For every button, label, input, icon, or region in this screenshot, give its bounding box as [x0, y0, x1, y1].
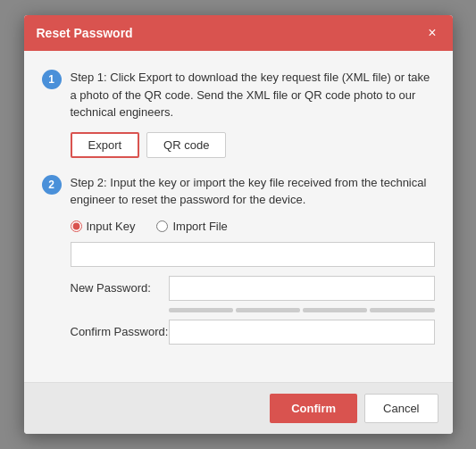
dialog-title: Reset Password [37, 26, 133, 40]
confirm-password-label: Confirm Password: [71, 325, 169, 338]
confirm-password-row: Confirm Password: [71, 320, 435, 345]
dialog-header: Reset Password × [24, 15, 453, 51]
radio-import-file-text: Import File [172, 220, 227, 233]
step2-circle: 2 [42, 175, 62, 195]
step2-section: 2 Step 2: Input the key or import the ke… [42, 174, 435, 352]
strength-segment-3 [303, 308, 367, 312]
radio-import-file[interactable] [156, 220, 168, 232]
radio-input-key[interactable] [71, 220, 82, 232]
close-button[interactable]: × [424, 24, 439, 42]
step1-circle: 1 [42, 70, 62, 89]
key-input-field[interactable] [71, 242, 435, 267]
dialog-body: 1 Step 1: Click Export to download the k… [24, 51, 453, 382]
step1-content: Step 1: Click Export to download the key… [71, 69, 435, 158]
confirm-button[interactable]: Confirm [270, 394, 357, 423]
export-button[interactable]: Export [71, 132, 140, 158]
step1-text: Step 1: Click Export to download the key… [71, 69, 435, 121]
step2-content: Step 2: Input the key or import the key … [71, 174, 435, 352]
step2-text: Step 2: Input the key or import the key … [71, 174, 435, 209]
step1-buttons: Export QR code [71, 132, 435, 158]
strength-segment-2 [236, 308, 300, 312]
password-strength-bar [169, 308, 435, 312]
new-password-label: New Password: [71, 281, 169, 295]
strength-segment-1 [169, 308, 233, 312]
qr-code-button[interactable]: QR code [146, 132, 226, 158]
reset-password-dialog: Reset Password × 1 Step 1: Click Export … [24, 15, 453, 434]
new-password-row: New Password: [71, 276, 435, 301]
confirm-password-input[interactable] [169, 320, 435, 345]
radio-input-key-label[interactable]: Input Key [71, 220, 136, 233]
radio-import-file-label[interactable]: Import File [156, 220, 227, 233]
strength-segment-4 [370, 308, 434, 312]
dialog-footer: Confirm Cancel [24, 382, 453, 434]
input-method-radio-group: Input Key Import File [71, 220, 435, 233]
new-password-input[interactable] [169, 276, 435, 301]
radio-input-key-text: Input Key [87, 220, 136, 233]
step1-section: 1 Step 1: Click Export to download the k… [42, 69, 435, 158]
cancel-button[interactable]: Cancel [364, 394, 438, 423]
